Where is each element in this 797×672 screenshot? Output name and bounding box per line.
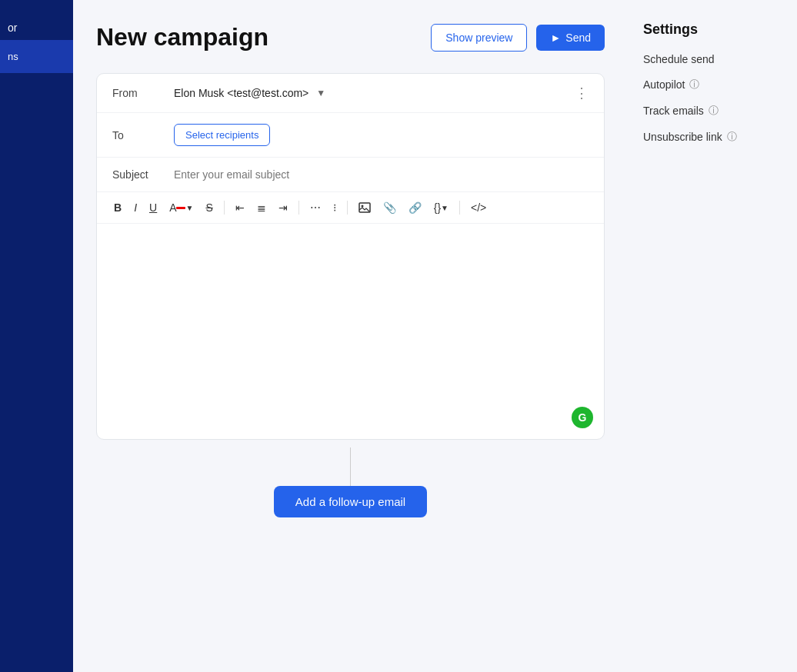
align-left-button[interactable]: ⇤ [231, 198, 249, 217]
source-code-icon: </> [471, 201, 486, 214]
settings-title: Settings [643, 22, 782, 38]
toolbar-divider-3 [347, 201, 348, 215]
svg-point-1 [361, 205, 363, 208]
more-options-icon[interactable]: ⋮ [575, 85, 589, 101]
italic-button[interactable]: I [129, 198, 142, 217]
sidebar-active-label: ns [8, 51, 18, 62]
sidebar-active-item[interactable]: ns [0, 40, 73, 73]
ordered-list-button[interactable]: ⋯ [305, 198, 325, 217]
attachment-button[interactable]: 📎 [378, 198, 401, 217]
send-icon: ► [550, 32, 561, 44]
variable-icon: {} [434, 201, 441, 214]
bold-button[interactable]: B [109, 198, 126, 217]
settings-track-emails[interactable]: Track emails ⓘ [643, 104, 782, 118]
followup-section: Add a follow-up email [96, 440, 605, 517]
link-button[interactable]: 🔗 [404, 198, 426, 217]
autopilot-info-icon: ⓘ [689, 78, 699, 91]
select-recipients-button[interactable]: Select recipients [174, 124, 270, 146]
settings-track-emails-label: Track emails [643, 105, 704, 117]
subject-input[interactable] [174, 168, 589, 181]
send-button[interactable]: ► Send [536, 25, 605, 51]
source-code-button[interactable]: </> [466, 198, 491, 217]
toolbar-divider-1 [224, 201, 225, 215]
settings-schedule-send[interactable]: Schedule send [643, 53, 782, 65]
unordered-list-button[interactable]: ⁝ [328, 198, 341, 217]
to-label: To [112, 129, 174, 141]
unsubscribe-link-info-icon: ⓘ [727, 130, 737, 144]
sidebar: or ns [0, 0, 73, 672]
text-color-icon: A [169, 201, 176, 214]
show-preview-button[interactable]: Show preview [431, 24, 527, 52]
strikethrough-button[interactable]: S [201, 198, 217, 217]
page-title: New campaign [96, 23, 268, 52]
image-icon [358, 202, 371, 213]
align-center-button[interactable]: ≣ [252, 198, 271, 217]
text-color-button[interactable]: A ▼ [165, 198, 198, 217]
from-value: Elon Musk <test@test.com> ▼ [174, 87, 575, 99]
to-row: To Select recipients [97, 113, 604, 158]
track-emails-info-icon: ⓘ [709, 104, 719, 118]
attachment-icon: 📎 [383, 201, 396, 214]
from-label: From [112, 87, 174, 99]
grammarly-icon: G [572, 407, 593, 428]
from-dropdown-icon[interactable]: ▼ [316, 88, 325, 98]
sidebar-or-label: or [0, 15, 25, 40]
variable-dropdown-icon: ▼ [441, 204, 449, 212]
toolbar-divider-2 [298, 201, 299, 215]
add-followup-button[interactable]: Add a follow-up email [274, 486, 427, 517]
color-dropdown-icon[interactable]: ▼ [185, 204, 193, 212]
ordered-list-icon: ⋯ [310, 201, 321, 214]
align-right-icon: ⇥ [278, 201, 288, 214]
from-row: From Elon Musk <test@test.com> ▼ ⋮ [97, 74, 604, 113]
main-content: New campaign Show preview ► Send From El… [73, 0, 628, 672]
send-label: Send [565, 32, 591, 44]
settings-unsubscribe-link-label: Unsubscribe link [643, 131, 722, 143]
underline-button[interactable]: U [145, 198, 162, 217]
settings-autopilot-label: Autopilot [643, 78, 685, 91]
subject-label: Subject [112, 168, 174, 181]
email-composer-card: From Elon Musk <test@test.com> ▼ ⋮ To Se… [96, 73, 605, 440]
toolbar-divider-4 [459, 201, 460, 215]
header-actions: Show preview ► Send [431, 24, 605, 52]
variable-button[interactable]: {} ▼ [429, 198, 453, 217]
settings-autopilot[interactable]: Autopilot ⓘ [643, 78, 782, 91]
image-button[interactable] [354, 199, 375, 216]
editor-area[interactable]: G [97, 224, 604, 439]
settings-panel: Settings Schedule send Autopilot ⓘ Track… [628, 0, 797, 672]
align-left-icon: ⇤ [235, 201, 245, 214]
color-indicator [176, 207, 185, 209]
unordered-list-icon: ⁝ [333, 201, 336, 214]
subject-row: Subject [97, 158, 604, 192]
followup-connector-line [350, 447, 351, 486]
editor-toolbar: B I U A ▼ S ⇤ ≣ ⇥ ⋯ ⁝ [97, 192, 604, 224]
settings-schedule-send-label: Schedule send [643, 53, 715, 65]
align-center-icon: ≣ [257, 201, 266, 214]
link-icon: 🔗 [409, 201, 422, 214]
from-row-left: From Elon Musk <test@test.com> ▼ [112, 87, 575, 99]
align-right-button[interactable]: ⇥ [274, 198, 292, 217]
header: New campaign Show preview ► Send [96, 23, 605, 52]
settings-unsubscribe-link[interactable]: Unsubscribe link ⓘ [643, 130, 782, 144]
